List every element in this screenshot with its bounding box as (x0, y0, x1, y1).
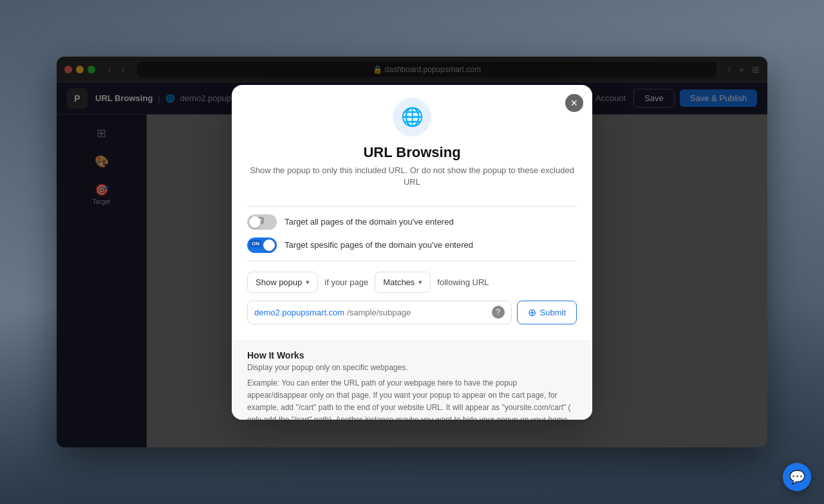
modal-title: URL Browsing (232, 144, 592, 161)
toggle-specific-pages-label: Target spesific pages of the domain you'… (285, 240, 473, 250)
toggle-all-pages-knob (249, 216, 261, 228)
rule-row: Show popup ▾ if your page Matches ▾ foll… (247, 272, 577, 293)
url-prefix: demo2.popupsmart.com (254, 308, 344, 317)
toggle-all-pages-label: Target all pages of the domain you've en… (285, 217, 454, 227)
chat-icon: 💬 (789, 469, 805, 485)
matches-label: Matches (383, 277, 415, 287)
toggle-all-pages-row: OFF Target all pages of the domain you'v… (247, 214, 577, 230)
matches-select[interactable]: Matches ▾ (375, 272, 431, 293)
submit-button[interactable]: ⊕ Submit (517, 301, 577, 324)
submit-label: Submit (540, 308, 566, 317)
modal-icon-area: 🌐 (232, 115, 592, 136)
modal-subtitle: Show the popup to only this included URL… (247, 165, 577, 188)
toggle-all-pages[interactable]: OFF (247, 214, 277, 230)
how-it-works-title: How It Works (247, 350, 577, 360)
show-popup-chevron: ▾ (306, 278, 310, 286)
chat-widget[interactable]: 💬 (783, 463, 811, 491)
show-popup-select[interactable]: Show popup ▾ (247, 272, 318, 293)
following-url-label: following URL (437, 277, 489, 287)
if-label: if your page (324, 277, 368, 287)
show-popup-label: Show popup (256, 277, 302, 287)
toggle-specific-pages-row: ON Target spesific pages of the domain y… (247, 238, 577, 253)
plus-icon: ⊕ (528, 306, 536, 319)
divider-mid (247, 261, 577, 261)
toggle-specific-pages-badge: ON (250, 240, 261, 247)
how-it-works-section: How It Works Display your popup only on … (232, 340, 592, 420)
browser-window: ‹ › 🔒 dashboard.popupsmart.com ↑ + ⊞ P U… (57, 57, 767, 447)
url-path-input[interactable] (344, 301, 491, 324)
main-area: ⊞ 🎨 🎯 Target 🌐 (57, 115, 767, 447)
modal-body: OFF Target all pages of the domain you'v… (232, 188, 592, 335)
help-icon[interactable]: ? (492, 306, 505, 319)
app-content: P URL Browsing | 🌐 demo2.popupsmart.com … (57, 82, 767, 447)
how-it-works-body: Example: You can enter the URL path of y… (247, 377, 577, 420)
url-input-row: demo2.popupsmart.com ? ⊕ Submit (247, 301, 577, 324)
divider-top (247, 206, 577, 207)
toggle-specific-pages[interactable]: ON (247, 238, 277, 253)
modal-overlay: 🌐 ✕ URL Browsing Show the popup to only … (57, 115, 767, 447)
globe-icon: 🌐 (393, 115, 431, 136)
url-input-wrapper: demo2.popupsmart.com ? (247, 301, 512, 324)
toggle-specific-pages-knob (263, 239, 275, 251)
url-browsing-modal: 🌐 ✕ URL Browsing Show the popup to only … (232, 115, 592, 420)
help-tooltip-text: ? (496, 308, 500, 317)
matches-chevron: ▾ (418, 278, 422, 286)
how-it-works-subtitle: Display your popup only on specific webp… (247, 363, 577, 372)
